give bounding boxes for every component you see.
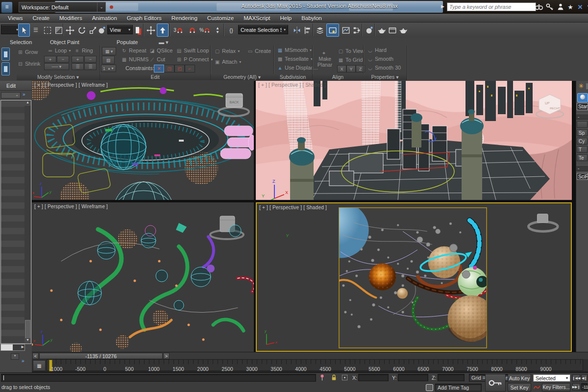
cut-button[interactable]: ⟋Cut [149, 56, 165, 62]
grow-button[interactable]: ⊞Grow [18, 49, 38, 55]
isolate-selection-toggle[interactable] [318, 374, 326, 383]
key-filter-selection-dropdown[interactable]: Selected▾ [533, 374, 570, 382]
scene-explorer-list[interactable] [0, 100, 25, 344]
panel-title-subdivision[interactable]: Subdivision [273, 74, 312, 80]
graphite-toggle-bottom-button[interactable]: ▐▌ [1, 62, 10, 75]
menu-item[interactable]: Rendering [167, 15, 202, 21]
align-button[interactable] [302, 24, 314, 37]
align-x-button[interactable]: X [337, 65, 346, 73]
ribbon-tab-selection[interactable]: Selection [7, 39, 35, 46]
constraint-none-button[interactable]: ✕ [154, 65, 164, 73]
create-button[interactable]: ▭Create [247, 48, 271, 54]
viewport-bottom-left[interactable]: zyx [ + ] [ Perspective ] [ Wireframe ] [32, 202, 254, 352]
viewport-label[interactable]: [ + ] [ Perspective ] [ Wireframe ] [34, 82, 108, 88]
menu-item[interactable]: Animation [87, 15, 122, 21]
go-to-end-button[interactable]: ▶▶❙ [572, 383, 580, 391]
menu-item[interactable]: Views [3, 15, 27, 21]
subscription-key-button[interactable] [545, 2, 555, 12]
viewport-top-right[interactable]: UP RECHT ZYX [ + ] [ Perspective ] [ Sha… [256, 81, 572, 200]
time-slider-prev-button[interactable]: < [32, 353, 39, 359]
shrink-button[interactable]: ⊟Shrink [18, 61, 40, 67]
loop-shrink-button[interactable]: − [57, 56, 69, 63]
attach-button[interactable]: ▣Attach▾ [215, 59, 241, 65]
help-button[interactable]: ? [584, 2, 588, 12]
scrollbar-thumb[interactable] [25, 320, 30, 339]
geometry-category-button[interactable] [577, 93, 588, 102]
x-coordinate-field[interactable] [358, 374, 389, 381]
toolbar-history-combo[interactable]: ▾ [1, 24, 21, 34]
maxscript-mini-listener[interactable] [1, 374, 316, 382]
application-menu-button[interactable]: ≡ [1, 1, 13, 13]
previous-frame-button[interactable]: ◀❙ [581, 374, 588, 382]
make-planar-button[interactable]: ✦Make Planar [316, 47, 334, 71]
infocenter-search-input[interactable] [447, 2, 536, 11]
align-z-button[interactable]: Z [356, 65, 365, 73]
z-coordinate-field[interactable] [438, 374, 465, 381]
time-slider-next-button[interactable]: > [163, 353, 170, 359]
percent-snap-toggle-button[interactable]: % [198, 24, 212, 37]
left-panel-expand-button-bottom[interactable]: » [22, 358, 24, 364]
select-and-rotate-button[interactable] [76, 24, 88, 37]
viewport-top-left[interactable]: BACK zyx [ + ] [ Perspective ] [ Wirefra… [32, 81, 254, 200]
select-and-manipulate-button[interactable] [145, 24, 157, 37]
angle-snap-toggle-button[interactable] [186, 24, 198, 37]
object-type-button[interactable]: Cy [577, 138, 588, 145]
y-coordinate-field[interactable] [398, 374, 428, 381]
workspace-split-button[interactable]: ⌄ [97, 2, 106, 12]
panel-title-modify-selection[interactable]: Modify Selection ▾ [17, 74, 99, 80]
loop-mode-dropdown[interactable]: ── ▾ [44, 63, 69, 70]
select-by-name-button[interactable]: ☰ [30, 24, 42, 37]
ring-shift-up-button[interactable]: ☰ [72, 63, 84, 70]
selection-lock-toggle[interactable] [330, 374, 338, 383]
layer-manager-button[interactable] [314, 24, 326, 37]
viewport-label[interactable]: [ + ] [ Perspective ] [ Shaded ] [258, 82, 326, 88]
left-panel-filter-combo[interactable]: ⌄ [1, 92, 21, 98]
keyboard-shortcut-override-button[interactable] [157, 24, 169, 37]
snaps-toggle-button[interactable]: 3 [172, 24, 185, 37]
rendered-frame-window-button[interactable] [387, 24, 398, 37]
go-to-start-button[interactable]: ❙◀◀ [572, 374, 580, 382]
scroll-right-arrow-icon[interactable]: ▶ [22, 345, 24, 349]
ring-button[interactable]: ≡Ring [74, 48, 93, 53]
object-type-button-partial[interactable] [577, 121, 588, 128]
default-in-out-tangent-button[interactable] [533, 384, 540, 391]
auto-key-button[interactable]: Auto Key [508, 374, 531, 382]
workspace-dropdown[interactable]: Workspace: Default ▾ [19, 2, 102, 12]
ribbon-minimize-button[interactable]: ▬ ▾ [156, 39, 172, 46]
rollout-name-color[interactable]: - [576, 165, 588, 171]
msmooth-button[interactable]: ▦MSmooth▾ [277, 47, 312, 53]
search-binoculars-button[interactable] [534, 2, 544, 12]
scene-explorer-toggle-button[interactable] [326, 24, 339, 37]
add-time-tag[interactable]: Add Time Tag [435, 384, 482, 392]
menu-item[interactable]: Graph Editors [122, 15, 167, 21]
align-y-button[interactable]: Y [346, 65, 356, 73]
constraint-face-button[interactable]: ◰ [174, 65, 185, 73]
to-view-button[interactable]: ▢To View [338, 48, 364, 54]
menu-item[interactable]: Customize [202, 15, 239, 21]
menu-item[interactable]: Modifiers [54, 15, 87, 21]
material-editor-button[interactable] [364, 24, 375, 37]
object-type-button[interactable]: Te [577, 154, 588, 161]
tessellate-button[interactable]: ▩Tessellate▾ [277, 56, 313, 62]
smooth-30-button[interactable]: ◡Smooth 30 [368, 65, 401, 71]
preview-selection-button[interactable]: ▦ ▾ [102, 47, 116, 55]
use-pivot-center-button[interactable] [131, 24, 143, 37]
spinner-snap-toggle-button[interactable]: ▲▼ [212, 24, 223, 37]
left-panel-horizontal-scrollbar[interactable]: ▶ [0, 344, 25, 351]
to-grid-button[interactable]: ▦To Grid [338, 57, 363, 63]
named-selection-set-combo[interactable]: Create Selection Se▾ [238, 25, 288, 34]
left-panel-dropdown-stub[interactable]: ▾ [11, 353, 19, 360]
left-panel-expand-button[interactable]: » [23, 92, 25, 97]
ring-shrink-button[interactable]: − [84, 56, 97, 63]
loop-grow-button[interactable]: ＋ [44, 56, 56, 63]
sign-in-button[interactable] [556, 2, 565, 12]
graphite-toggle-top-button[interactable]: ▐▌ [1, 48, 10, 61]
object-type-button[interactable]: T [577, 146, 588, 153]
modify-tab-partial[interactable] [586, 83, 588, 89]
menu-item[interactable]: MAXScript [239, 15, 275, 21]
mirror-button[interactable] [291, 24, 303, 37]
key-filters-button[interactable]: Key Filters... [542, 383, 570, 392]
edit-spinner[interactable]: 1▲▼ [101, 65, 116, 72]
panel-title-properties[interactable]: Properties ▾ [363, 74, 407, 80]
rollout-object-type[interactable]: - [576, 114, 588, 120]
